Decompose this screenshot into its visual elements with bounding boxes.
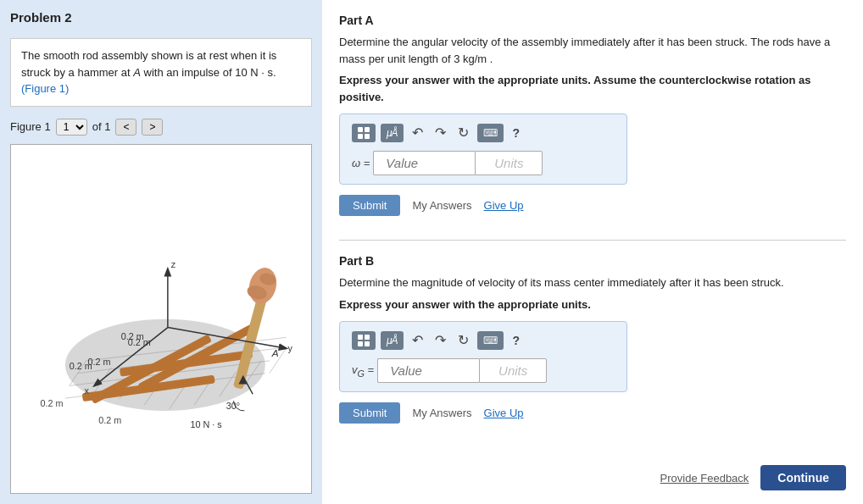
part-a-undo-btn[interactable]: ↶ [409,123,426,142]
svg-text:10 N · s: 10 N · s [190,418,222,429]
description-text: The smooth rod assembly shown is at rest… [21,49,276,79]
left-panel: Problem 2 The smooth rod assembly shown … [0,0,322,504]
figure-select[interactable]: 1 [56,119,87,136]
part-b-submit-row: Submit My Answers Give Up [339,402,846,424]
part-b-redo-btn[interactable]: ↷ [432,330,449,350]
problem-description: The smooth rod assembly shown is at rest… [10,38,312,107]
part-a-eq-label: ω = [352,157,370,169]
figure-box: A z x y 0.2 m 0.2 m 0.2 m 0.2 m 0.2 m [10,144,312,495]
part-a-my-answers-link[interactable]: My Answers [412,199,471,212]
part-a-input-row: ω = Units [352,151,615,175]
part-b-give-up-link[interactable]: Give Up [484,407,524,419]
part-a-instruction: Express your answer with the appropriate… [339,72,846,105]
part-a-submit-row: Submit My Answers Give Up [339,195,846,216]
part-b-toolbar: μÅ ↶ ↷ ↻ ⌨ ? [352,330,615,350]
next-btn[interactable]: > [142,119,163,136]
part-b-submit-btn[interactable]: Submit [339,402,400,424]
continue-btn[interactable]: Continue [760,465,846,490]
figure-nav: Figure 1 1 of 1 < > [10,119,312,136]
part-b-eq-label: vG = [352,363,374,379]
prev-btn[interactable]: < [115,119,136,136]
part-b-value-input[interactable] [377,358,479,383]
part-a-help-btn[interactable]: ? [509,125,525,141]
part-a-toolbar: μÅ ↶ ↷ ↻ ⌨ ? [352,123,615,142]
part-b-description: Determine the magnitude of velocity of i… [339,274,846,291]
part-b-refresh-btn[interactable]: ↻ [454,330,472,350]
part-b-help-btn[interactable]: ? [509,332,525,349]
svg-text:0.2 m: 0.2 m [70,360,92,370]
right-panel: Part A Determine the angular velocity of… [322,0,863,504]
divider [339,240,846,241]
part-b-mu-btn[interactable]: μÅ [381,331,404,350]
svg-text:x: x [85,385,90,396]
part-b-grid-btn[interactable] [352,331,376,350]
part-a-keyboard-btn[interactable]: ⌨ [477,124,504,142]
svg-text:y: y [287,343,292,353]
part-a-redo-btn[interactable]: ↷ [432,123,449,142]
part-b-undo-btn[interactable]: ↶ [409,330,426,350]
figure-of: of 1 [92,120,111,133]
part-a-refresh-btn[interactable]: ↻ [454,123,472,142]
part-a-value-input[interactable] [373,151,475,175]
part-a-mu-btn[interactable]: μÅ [381,124,404,142]
part-a-description: Determine the angular velocity of the as… [339,34,846,67]
part-a-title: Part A [339,14,846,27]
part-b-instruction: Express your answer with the appropriate… [339,296,846,313]
mu-icon-b: μÅ [387,335,398,346]
svg-text:0.2 m: 0.2 m [98,414,121,424]
part-a-submit-btn[interactable]: Submit [339,195,400,216]
part-a-units-btn[interactable]: Units [475,151,543,175]
part-b-answer-box: μÅ ↶ ↷ ↻ ⌨ ? vG = Units [339,321,627,392]
figure-label: Figure 1 [10,120,51,133]
part-a-section: Part A Determine the angular velocity of… [339,14,846,216]
svg-text:0.2 m: 0.2 m [121,331,144,341]
figure-link[interactable]: (Figure 1) [21,82,69,95]
bottom-row: Provide Feedback Continue [339,457,846,490]
svg-text:A: A [271,347,279,359]
provide-feedback-link[interactable]: Provide Feedback [660,472,749,485]
mu-icon: μÅ [387,127,398,139]
part-b-units-btn[interactable]: Units [479,358,547,383]
part-b-input-row: vG = Units [352,358,615,383]
part-b-my-answers-link[interactable]: My Answers [412,407,471,419]
keyboard-icon-b: ⌨ [483,335,498,346]
part-a-answer-box: μÅ ↶ ↷ ↻ ⌨ ? ω = Units [339,114,627,185]
problem-title: Problem 2 [10,10,312,25]
svg-point-19 [245,264,281,307]
part-b-keyboard-btn[interactable]: ⌨ [477,331,504,350]
svg-text:0.2 m: 0.2 m [40,398,63,408]
part-b-section: Part B Determine the magnitude of veloci… [339,254,846,424]
svg-text:z: z [171,258,176,269]
part-a-give-up-link[interactable]: Give Up [484,199,524,212]
keyboard-icon: ⌨ [483,127,498,139]
part-b-title: Part B [339,254,846,268]
part-a-grid-btn[interactable] [352,124,376,142]
